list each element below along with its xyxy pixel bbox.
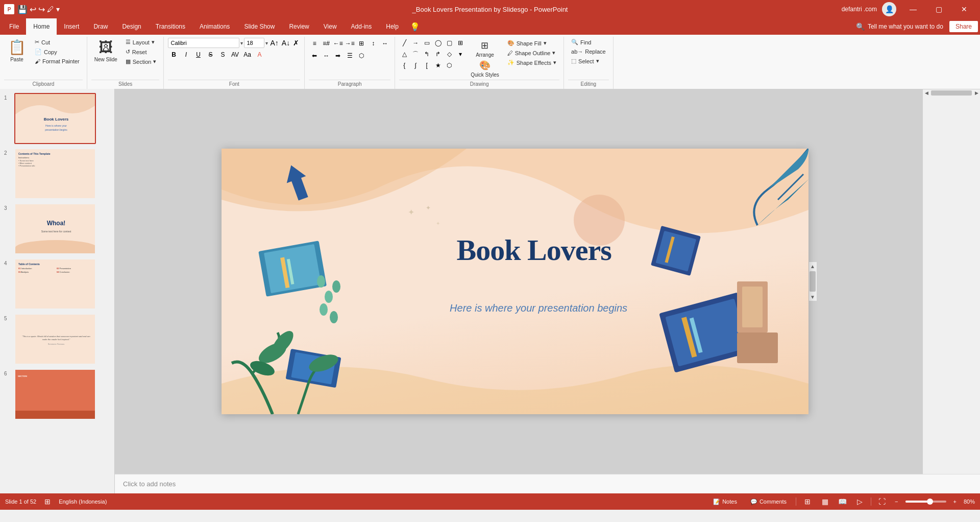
paste-button[interactable]: 📋 Paste: [4, 38, 30, 63]
slide-sorter-button[interactable]: ▦: [819, 495, 831, 508]
justify-button[interactable]: ☰: [344, 50, 355, 61]
strikethrough-button[interactable]: S: [205, 49, 216, 60]
tab-review[interactable]: Review: [282, 18, 316, 35]
italic-button[interactable]: I: [180, 49, 191, 60]
tab-animations[interactable]: Animations: [192, 18, 237, 35]
hscroll-left-btn[interactable]: ◀: [923, 89, 930, 97]
arrow-shape-btn[interactable]: →: [410, 38, 421, 48]
tab-home[interactable]: Home: [26, 18, 57, 35]
hscroll-thumb[interactable]: [931, 90, 972, 96]
tri-shape-btn[interactable]: △: [399, 49, 409, 59]
scroll-up-btn[interactable]: ▲: [808, 262, 817, 270]
increase-indent-button[interactable]: →≡: [344, 38, 355, 49]
expand-shapes-btn[interactable]: ▾: [455, 49, 465, 59]
brace-shape-btn[interactable]: {: [399, 60, 409, 70]
curve-shape-btn[interactable]: ∫: [410, 60, 421, 70]
find-button[interactable]: 🔍 Find: [568, 38, 609, 46]
slide-item-1[interactable]: 1 Book Lovers Here is where your present…: [4, 93, 110, 144]
slide-thumb-4[interactable]: Table of Contents 01 Introduction 02 Pre…: [14, 258, 96, 310]
rect2-shape-btn[interactable]: ▢: [444, 38, 454, 48]
underline-button[interactable]: U: [192, 49, 204, 60]
normal-view-button[interactable]: ⊞: [801, 495, 814, 508]
slide-subtitle[interactable]: Here is where your presentation begins: [450, 302, 627, 314]
font-name-dropdown-icon[interactable]: ▾: [240, 40, 243, 46]
align-center-button[interactable]: ↔: [321, 50, 332, 61]
new-slide-button[interactable]: 🖼 New Slide: [91, 38, 120, 63]
shape-effects-button[interactable]: ✨ Shape Effects ▾: [504, 58, 559, 67]
slide-thumb-6[interactable]: SECTION: [14, 369, 96, 420]
scroll-thumb[interactable]: [810, 271, 816, 292]
numbered-list-button[interactable]: ≡#: [321, 38, 332, 49]
slide-thumb-5[interactable]: "This is a quote. Words full of wisdom t…: [14, 314, 96, 365]
tab-transitions[interactable]: Transitions: [149, 18, 192, 35]
tab-view[interactable]: View: [316, 18, 344, 35]
slide-thumb-1[interactable]: Book Lovers Here is where your presentat…: [14, 93, 96, 144]
tab-draw[interactable]: Draw: [86, 18, 115, 35]
more-shapes-btn[interactable]: ⊞: [455, 38, 465, 48]
bold-button[interactable]: B: [168, 49, 179, 60]
slide-item-3[interactable]: 3 Whoa! Some text here for context: [4, 203, 110, 254]
arc-shape-btn[interactable]: ⌒: [410, 49, 421, 59]
user-avatar[interactable]: 👤: [882, 2, 896, 16]
section-button[interactable]: ▦ Section ▾: [122, 57, 160, 66]
hscroll-right-btn[interactable]: ▶: [973, 89, 980, 97]
slide-item-5[interactable]: 5 "This is a quote. Words full of wisdom…: [4, 314, 110, 365]
customize-icon[interactable]: 🖊: [47, 5, 54, 13]
decrease-indent-button[interactable]: ←≡: [332, 38, 344, 49]
cut-button[interactable]: ✂ Cut: [32, 38, 83, 46]
tab-design[interactable]: Design: [115, 18, 148, 35]
shape-fill-button[interactable]: 🎨 Shape Fill ▾: [504, 39, 559, 48]
decrease-font-icon[interactable]: A↓: [281, 38, 291, 48]
dropdown-icon[interactable]: ▾: [56, 5, 60, 13]
increase-font-icon[interactable]: A↑: [269, 38, 279, 48]
help-lightbulb-icon[interactable]: 💡: [410, 22, 420, 32]
text-direction-button[interactable]: ↔: [379, 38, 390, 49]
bracket-shape-btn[interactable]: [: [422, 60, 432, 70]
line-shape-btn[interactable]: ╱: [399, 38, 409, 48]
curvarrow2-shape-btn[interactable]: ↱: [433, 49, 443, 59]
select-button[interactable]: ⬚ Select ▾: [568, 57, 609, 65]
clear-format-icon[interactable]: ✗: [292, 38, 300, 48]
close-button[interactable]: ✕: [952, 0, 976, 18]
font-color-button[interactable]: A: [254, 49, 265, 60]
slide-item-6[interactable]: 6 SECTION: [4, 369, 110, 420]
slide-item-4[interactable]: 4 Table of Contents 01 Introduction 02 P…: [4, 258, 110, 310]
maximize-button[interactable]: ▢: [927, 0, 950, 18]
save-icon[interactable]: 💾: [17, 5, 28, 14]
shadow-button[interactable]: S: [217, 49, 228, 60]
copy-button[interactable]: 📄 Copy: [32, 48, 83, 56]
slideshow-button[interactable]: ▷: [853, 495, 866, 508]
slide-canvas[interactable]: ✦ ✦ ✦ Book Lovers Here is w: [222, 149, 808, 414]
line-spacing-button[interactable]: ↕: [368, 38, 379, 49]
fit-to-window-button[interactable]: ⛶: [876, 497, 888, 506]
zoom-out-button[interactable]: −: [893, 499, 900, 505]
align-left-button[interactable]: ⬅: [309, 50, 320, 61]
minimize-button[interactable]: —: [901, 0, 925, 18]
font-name-input[interactable]: [168, 38, 239, 48]
tell-me-box[interactable]: 🔍 Tell me what you want to do: [850, 22, 949, 31]
bullet-list-button[interactable]: ≡: [309, 38, 320, 49]
star-shape-btn[interactable]: ★: [433, 60, 443, 70]
curvarrow-shape-btn[interactable]: ↰: [422, 49, 432, 59]
arrange-button[interactable]: ⊞ Arrange: [468, 39, 502, 59]
reset-button[interactable]: ↺ Reset: [122, 48, 160, 56]
slide-thumb-2[interactable]: Contents of This Template Instructions: …: [14, 148, 96, 199]
zoom-in-button[interactable]: +: [951, 499, 959, 505]
slide-title[interactable]: Book Lovers: [457, 232, 611, 267]
slide-item-2[interactable]: 2 Contents of This Template Instructions…: [4, 148, 110, 199]
font-size-input[interactable]: [244, 38, 264, 48]
undo-icon[interactable]: ↩: [30, 5, 36, 14]
smart-art-button[interactable]: ⬡: [356, 50, 367, 61]
tab-slideshow[interactable]: Slide Show: [237, 18, 282, 35]
char-spacing-button[interactable]: AV: [229, 49, 240, 60]
change-case-button[interactable]: Aa: [241, 49, 253, 60]
circle-shape-btn[interactable]: ◯: [433, 38, 443, 48]
shape-outline-button[interactable]: 🖊 Shape Outline ▾: [504, 49, 559, 57]
font-size-dropdown-icon[interactable]: ▾: [265, 40, 268, 46]
redo-icon[interactable]: ↪: [38, 5, 45, 14]
align-right-button[interactable]: ➡: [332, 50, 344, 61]
tab-insert[interactable]: Insert: [57, 18, 86, 35]
notes-bar[interactable]: Click to add notes: [115, 474, 980, 493]
share-button[interactable]: Share: [949, 21, 978, 32]
zoom-slider[interactable]: [905, 501, 946, 503]
